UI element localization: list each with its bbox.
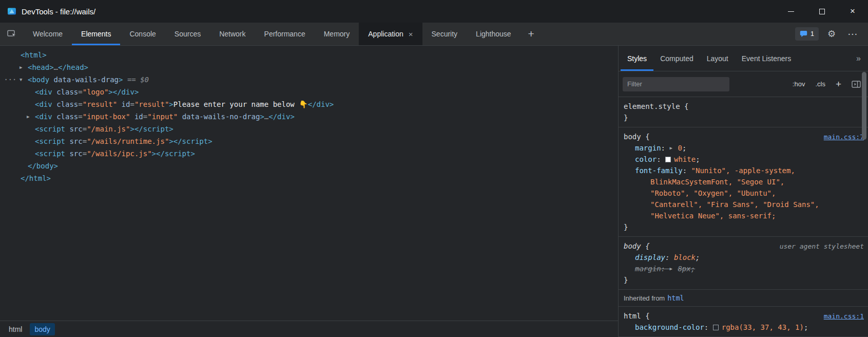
token-tag: </div>: [268, 113, 295, 121]
token-attr: class: [56, 100, 78, 108]
token-attr: data-wails-no-drag: [178, 113, 260, 121]
dom-breadcrumb: html body: [0, 321, 618, 337]
tab-lighthouse[interactable]: Lighthouse: [467, 23, 520, 45]
token-val: 8px: [678, 265, 690, 273]
inspect-cursor-icon: [7, 29, 17, 39]
token-sel: element.style: [624, 102, 680, 110]
element-style-selector[interactable]: element.style {: [624, 101, 868, 112]
tab-styles[interactable]: Styles: [621, 46, 653, 71]
dom-node-script-main[interactable]: <script src="/main.js"></script>: [0, 123, 618, 135]
css-declaration-display[interactable]: display: block;: [624, 252, 868, 263]
color-swatch[interactable]: [665, 157, 671, 162]
node-more-actions-icon[interactable]: ···: [4, 73, 17, 86]
devtools-toolbar: Welcome Elements Console Sources Network…: [0, 23, 868, 46]
rule-html-maincss: html { main.css:1 background-color: rgba…: [619, 307, 868, 337]
user-agent-stylesheet-label: user agent stylesheet: [780, 242, 868, 250]
tab-welcome[interactable]: Welcome: [24, 23, 72, 45]
token-tag: <div: [35, 113, 56, 121]
tab-security[interactable]: Security: [422, 23, 467, 45]
dom-node-body-close[interactable]: </body>: [0, 160, 618, 172]
minimize-button[interactable]: [776, 0, 806, 23]
tab-close-icon[interactable]: ×: [409, 30, 413, 39]
collapse-arrow-icon[interactable]: ▼: [20, 73, 28, 86]
css-selector[interactable]: html {: [624, 310, 824, 322]
stylesheet-link[interactable]: main.css:1: [824, 312, 868, 320]
close-button[interactable]: ×: [837, 0, 868, 23]
settings-button[interactable]: ⚙: [823, 25, 840, 43]
token-val: "/main.js": [87, 125, 130, 133]
rule-close-brace: }: [624, 112, 868, 123]
breadcrumb-html[interactable]: html: [4, 323, 27, 335]
tab-elements[interactable]: Elements: [72, 23, 120, 45]
dom-tree: <html> ▶<head>…</head> ···▼<body data-wa…: [0, 46, 618, 321]
token-tag: </div>: [308, 100, 334, 108]
css-declaration-font-family-wrap[interactable]: "Cantarell", "Fira Sans", "Droid Sans",: [624, 199, 868, 210]
token-tag: <script: [35, 137, 69, 145]
token-brace: {: [680, 102, 689, 110]
token-sel: body: [624, 133, 641, 141]
expand-shorthand-icon[interactable]: ▶: [669, 142, 678, 154]
tab-performance[interactable]: Performance: [255, 23, 315, 45]
inspect-element-button[interactable]: [0, 23, 24, 45]
dom-node-div-logo[interactable]: <div class="logo"></div>: [0, 86, 618, 98]
toggle-element-state-button[interactable]: :hov: [793, 80, 805, 88]
new-style-rule-button[interactable]: +: [836, 79, 841, 89]
dom-node-head[interactable]: ▶<head>…</head>: [0, 61, 618, 73]
css-declaration-font-family-wrap[interactable]: BlinkMacSystemFont, "Segoe UI",: [624, 176, 868, 188]
css-declaration-font-family-wrap[interactable]: "Helvetica Neue", sans-serif;: [624, 210, 868, 221]
dom-node-html-close[interactable]: </html>: [0, 172, 618, 184]
token-val: "/wails/ipc.js": [87, 149, 151, 158]
css-declaration-color[interactable]: color: white;: [624, 154, 868, 165]
tab-layout[interactable]: Layout: [700, 46, 735, 71]
token-val: 0: [678, 144, 682, 152]
css-declaration-font-family[interactable]: font-family: "Nunito", -apple-system,: [624, 165, 868, 176]
more-tabs-button[interactable]: »: [849, 46, 868, 71]
more-options-button[interactable]: ···: [844, 25, 862, 43]
css-declaration-background-color[interactable]: background-color: rgba(33, 37, 43, 1);: [624, 322, 868, 333]
css-declaration-font-family-wrap[interactable]: "Roboto", "Oxygen", "Ubuntu",: [624, 188, 868, 199]
issues-counter-button[interactable]: 1: [795, 27, 819, 41]
expand-shorthand-icon[interactable]: ▶: [669, 263, 678, 274]
tab-sources[interactable]: Sources: [165, 23, 210, 45]
styles-scrollbar-thumb[interactable]: [862, 72, 866, 140]
css-selector[interactable]: body {: [624, 240, 780, 252]
expand-arrow-icon[interactable]: ▶: [27, 110, 35, 123]
dom-node-script-ipc[interactable]: <script src="/wails/ipc.js"></script>: [0, 147, 618, 160]
token-val: BlinkMacSystemFont, "Segoe UI",: [650, 178, 784, 186]
tab-memory[interactable]: Memory: [315, 23, 359, 45]
dom-node-body-open[interactable]: ···▼<body data-wails-drag> == $0: [0, 73, 618, 86]
styles-filter-input[interactable]: [623, 77, 729, 91]
window-controls: ×: [776, 0, 868, 23]
dom-node-script-runtime[interactable]: <script src="/wails/runtime.js"></script…: [0, 135, 618, 147]
token-prop: margin: [635, 265, 661, 273]
css-declaration-margin-overridden[interactable]: margin: ▶8px;: [624, 263, 868, 274]
inherited-from-node-link[interactable]: html: [667, 294, 684, 302]
token-val: "Roboto", "Oxygen", "Ubuntu",: [650, 189, 776, 197]
breadcrumb-body[interactable]: body: [30, 323, 54, 335]
tab-event-listeners[interactable]: Event Listeners: [735, 46, 798, 71]
token-val: "input-box": [83, 113, 130, 121]
toggle-computed-sidebar-button[interactable]: [852, 81, 861, 88]
dom-node-div-input-box[interactable]: ▶<div class="input-box" id="input" data-…: [0, 110, 618, 123]
tab-application[interactable]: Application ×: [359, 23, 422, 45]
token-attr: src: [69, 125, 82, 133]
color-swatch[interactable]: [713, 325, 719, 330]
token-punc: =: [83, 149, 87, 158]
tab-console[interactable]: Console: [120, 23, 165, 45]
tab-computed[interactable]: Computed: [653, 46, 700, 71]
token-attr: id: [130, 113, 143, 121]
css-selector[interactable]: body {: [624, 131, 824, 142]
tab-network[interactable]: Network: [210, 23, 255, 45]
maximize-button[interactable]: [806, 0, 837, 23]
dom-node-html-open[interactable]: <html>: [0, 49, 618, 61]
dom-node-div-result[interactable]: <div class="result" id="result">Please e…: [0, 98, 618, 110]
add-panel-button[interactable]: +: [520, 23, 542, 45]
main-content: <html> ▶<head>…</head> ···▼<body data-wa…: [0, 46, 868, 337]
css-declaration-margin[interactable]: margin: ▶0;: [624, 142, 868, 154]
token-punc: =: [78, 100, 82, 108]
expand-arrow-icon[interactable]: ▶: [20, 61, 28, 73]
maximize-icon: [819, 9, 825, 14]
token-sel: body: [624, 242, 641, 250]
element-classes-button[interactable]: .cls: [815, 80, 825, 88]
styles-sidebar: Styles Computed Layout Event Listeners »…: [619, 46, 868, 337]
